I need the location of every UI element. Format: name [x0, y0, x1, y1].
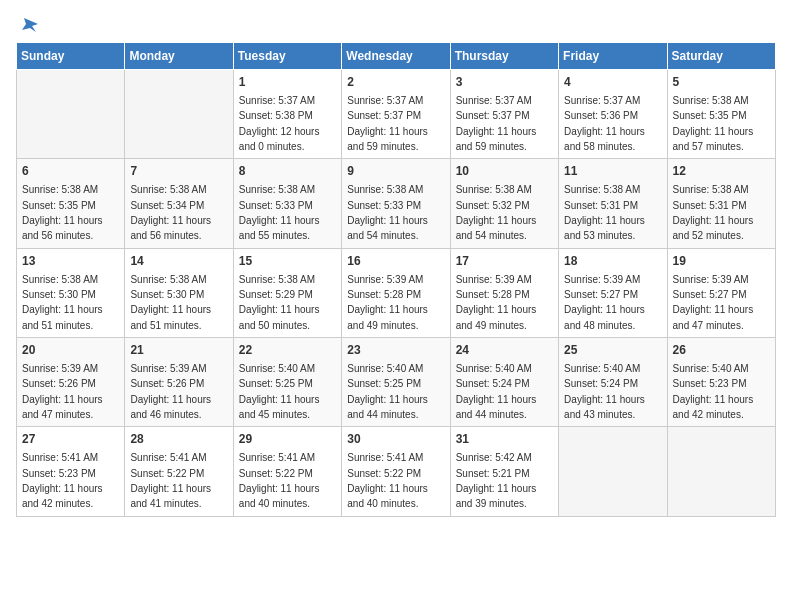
day-cell: 11Sunrise: 5:38 AM Sunset: 5:31 PM Dayli…: [559, 159, 667, 248]
header-row: SundayMondayTuesdayWednesdayThursdayFrid…: [17, 43, 776, 70]
day-cell: 15Sunrise: 5:38 AM Sunset: 5:29 PM Dayli…: [233, 248, 341, 337]
week-row-2: 6Sunrise: 5:38 AM Sunset: 5:35 PM Daylig…: [17, 159, 776, 248]
day-info: Sunrise: 5:38 AM Sunset: 5:30 PM Dayligh…: [130, 274, 211, 331]
week-row-5: 27Sunrise: 5:41 AM Sunset: 5:23 PM Dayli…: [17, 427, 776, 516]
day-cell: 1Sunrise: 5:37 AM Sunset: 5:38 PM Daylig…: [233, 70, 341, 159]
day-number: 15: [239, 253, 336, 270]
calendar-header: SundayMondayTuesdayWednesdayThursdayFrid…: [17, 43, 776, 70]
day-info: Sunrise: 5:41 AM Sunset: 5:22 PM Dayligh…: [239, 452, 320, 509]
day-cell: [125, 70, 233, 159]
day-cell: 2Sunrise: 5:37 AM Sunset: 5:37 PM Daylig…: [342, 70, 450, 159]
day-info: Sunrise: 5:39 AM Sunset: 5:28 PM Dayligh…: [347, 274, 428, 331]
day-info: Sunrise: 5:37 AM Sunset: 5:37 PM Dayligh…: [456, 95, 537, 152]
day-cell: 19Sunrise: 5:39 AM Sunset: 5:27 PM Dayli…: [667, 248, 775, 337]
day-number: 5: [673, 74, 770, 91]
day-number: 10: [456, 163, 553, 180]
day-cell: 18Sunrise: 5:39 AM Sunset: 5:27 PM Dayli…: [559, 248, 667, 337]
day-number: 22: [239, 342, 336, 359]
day-info: Sunrise: 5:38 AM Sunset: 5:33 PM Dayligh…: [347, 184, 428, 241]
day-cell: 9Sunrise: 5:38 AM Sunset: 5:33 PM Daylig…: [342, 159, 450, 248]
day-info: Sunrise: 5:41 AM Sunset: 5:22 PM Dayligh…: [347, 452, 428, 509]
day-number: 18: [564, 253, 661, 270]
day-number: 11: [564, 163, 661, 180]
day-cell: 12Sunrise: 5:38 AM Sunset: 5:31 PM Dayli…: [667, 159, 775, 248]
day-number: 20: [22, 342, 119, 359]
day-cell: 24Sunrise: 5:40 AM Sunset: 5:24 PM Dayli…: [450, 338, 558, 427]
logo-container: [16, 16, 40, 32]
day-cell: 4Sunrise: 5:37 AM Sunset: 5:36 PM Daylig…: [559, 70, 667, 159]
day-info: Sunrise: 5:41 AM Sunset: 5:22 PM Dayligh…: [130, 452, 211, 509]
logo-bird-icon: [18, 16, 40, 34]
day-number: 13: [22, 253, 119, 270]
day-info: Sunrise: 5:38 AM Sunset: 5:32 PM Dayligh…: [456, 184, 537, 241]
day-info: Sunrise: 5:38 AM Sunset: 5:29 PM Dayligh…: [239, 274, 320, 331]
day-info: Sunrise: 5:42 AM Sunset: 5:21 PM Dayligh…: [456, 452, 537, 509]
day-number: 12: [673, 163, 770, 180]
day-info: Sunrise: 5:39 AM Sunset: 5:26 PM Dayligh…: [130, 363, 211, 420]
week-row-4: 20Sunrise: 5:39 AM Sunset: 5:26 PM Dayli…: [17, 338, 776, 427]
day-number: 9: [347, 163, 444, 180]
day-cell: 13Sunrise: 5:38 AM Sunset: 5:30 PM Dayli…: [17, 248, 125, 337]
day-number: 29: [239, 431, 336, 448]
day-cell: [559, 427, 667, 516]
day-number: 19: [673, 253, 770, 270]
header-cell-monday: Monday: [125, 43, 233, 70]
svg-marker-0: [22, 18, 38, 32]
day-number: 23: [347, 342, 444, 359]
day-number: 31: [456, 431, 553, 448]
day-cell: 26Sunrise: 5:40 AM Sunset: 5:23 PM Dayli…: [667, 338, 775, 427]
day-number: 7: [130, 163, 227, 180]
day-cell: 27Sunrise: 5:41 AM Sunset: 5:23 PM Dayli…: [17, 427, 125, 516]
day-info: Sunrise: 5:39 AM Sunset: 5:27 PM Dayligh…: [673, 274, 754, 331]
day-cell: 25Sunrise: 5:40 AM Sunset: 5:24 PM Dayli…: [559, 338, 667, 427]
day-number: 8: [239, 163, 336, 180]
day-cell: 28Sunrise: 5:41 AM Sunset: 5:22 PM Dayli…: [125, 427, 233, 516]
day-number: 14: [130, 253, 227, 270]
day-cell: 22Sunrise: 5:40 AM Sunset: 5:25 PM Dayli…: [233, 338, 341, 427]
day-cell: 16Sunrise: 5:39 AM Sunset: 5:28 PM Dayli…: [342, 248, 450, 337]
day-info: Sunrise: 5:39 AM Sunset: 5:28 PM Dayligh…: [456, 274, 537, 331]
day-info: Sunrise: 5:39 AM Sunset: 5:27 PM Dayligh…: [564, 274, 645, 331]
day-number: 16: [347, 253, 444, 270]
day-info: Sunrise: 5:40 AM Sunset: 5:24 PM Dayligh…: [564, 363, 645, 420]
day-cell: 8Sunrise: 5:38 AM Sunset: 5:33 PM Daylig…: [233, 159, 341, 248]
day-info: Sunrise: 5:38 AM Sunset: 5:35 PM Dayligh…: [673, 95, 754, 152]
header-cell-wednesday: Wednesday: [342, 43, 450, 70]
header-cell-sunday: Sunday: [17, 43, 125, 70]
week-row-1: 1Sunrise: 5:37 AM Sunset: 5:38 PM Daylig…: [17, 70, 776, 159]
day-cell: 30Sunrise: 5:41 AM Sunset: 5:22 PM Dayli…: [342, 427, 450, 516]
day-info: Sunrise: 5:38 AM Sunset: 5:31 PM Dayligh…: [673, 184, 754, 241]
day-number: 24: [456, 342, 553, 359]
calendar-body: 1Sunrise: 5:37 AM Sunset: 5:38 PM Daylig…: [17, 70, 776, 517]
header-cell-saturday: Saturday: [667, 43, 775, 70]
day-info: Sunrise: 5:40 AM Sunset: 5:25 PM Dayligh…: [347, 363, 428, 420]
day-info: Sunrise: 5:39 AM Sunset: 5:26 PM Dayligh…: [22, 363, 103, 420]
day-cell: 7Sunrise: 5:38 AM Sunset: 5:34 PM Daylig…: [125, 159, 233, 248]
day-number: 3: [456, 74, 553, 91]
day-info: Sunrise: 5:37 AM Sunset: 5:37 PM Dayligh…: [347, 95, 428, 152]
day-cell: 5Sunrise: 5:38 AM Sunset: 5:35 PM Daylig…: [667, 70, 775, 159]
day-number: 25: [564, 342, 661, 359]
day-cell: 3Sunrise: 5:37 AM Sunset: 5:37 PM Daylig…: [450, 70, 558, 159]
day-info: Sunrise: 5:38 AM Sunset: 5:30 PM Dayligh…: [22, 274, 103, 331]
header-cell-friday: Friday: [559, 43, 667, 70]
day-info: Sunrise: 5:38 AM Sunset: 5:31 PM Dayligh…: [564, 184, 645, 241]
day-number: 6: [22, 163, 119, 180]
day-number: 4: [564, 74, 661, 91]
day-cell: [17, 70, 125, 159]
day-info: Sunrise: 5:41 AM Sunset: 5:23 PM Dayligh…: [22, 452, 103, 509]
day-info: Sunrise: 5:38 AM Sunset: 5:33 PM Dayligh…: [239, 184, 320, 241]
day-cell: 23Sunrise: 5:40 AM Sunset: 5:25 PM Dayli…: [342, 338, 450, 427]
day-number: 2: [347, 74, 444, 91]
day-cell: 20Sunrise: 5:39 AM Sunset: 5:26 PM Dayli…: [17, 338, 125, 427]
day-cell: 21Sunrise: 5:39 AM Sunset: 5:26 PM Dayli…: [125, 338, 233, 427]
day-info: Sunrise: 5:37 AM Sunset: 5:36 PM Dayligh…: [564, 95, 645, 152]
week-row-3: 13Sunrise: 5:38 AM Sunset: 5:30 PM Dayli…: [17, 248, 776, 337]
day-info: Sunrise: 5:38 AM Sunset: 5:35 PM Dayligh…: [22, 184, 103, 241]
logo: [16, 16, 40, 32]
day-cell: 17Sunrise: 5:39 AM Sunset: 5:28 PM Dayli…: [450, 248, 558, 337]
day-info: Sunrise: 5:40 AM Sunset: 5:23 PM Dayligh…: [673, 363, 754, 420]
day-cell: 29Sunrise: 5:41 AM Sunset: 5:22 PM Dayli…: [233, 427, 341, 516]
day-number: 17: [456, 253, 553, 270]
day-info: Sunrise: 5:40 AM Sunset: 5:24 PM Dayligh…: [456, 363, 537, 420]
